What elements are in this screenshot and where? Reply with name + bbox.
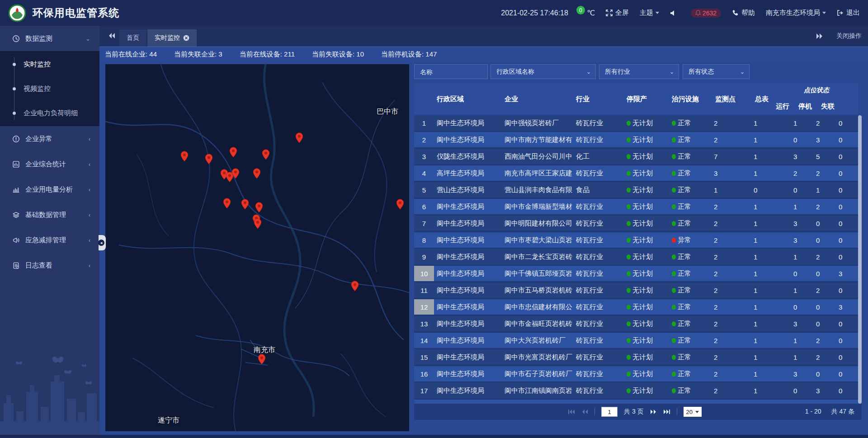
- close-operations-button[interactable]: 关闭操作: [836, 32, 862, 40]
- cell-industry: 砖瓦行业: [573, 199, 624, 214]
- fullscreen-button[interactable]: 全屏: [606, 9, 629, 17]
- region-select[interactable]: 行政区域名称 ⌄: [491, 64, 596, 79]
- last-page-button[interactable]: [663, 409, 670, 414]
- table-row[interactable]: 9 阆中生态环境局 阆中市二龙长宝页岩砖 砖瓦行业 无计划 正常 2 1 1 2…: [414, 249, 858, 264]
- cell-stop: 无计划: [624, 165, 669, 181]
- sidebar-subitem[interactable]: 企业电力负荷明细: [0, 101, 99, 125]
- sidebar-item[interactable]: 应急减排管理 ‹: [0, 227, 99, 253]
- col-point-status: 点位状态: [775, 86, 858, 94]
- name-search-input[interactable]: [420, 68, 482, 75]
- map-marker-pin[interactable]: [241, 199, 249, 210]
- pin-icon: [231, 168, 240, 179]
- sidebar-collapse-button[interactable]: ◂: [99, 235, 106, 250]
- table-row[interactable]: 16 阆中生态环境局 阆中市石子页岩机砖厂 砖瓦行业 无计划 正常 2 1 3 …: [414, 366, 858, 381]
- table-row[interactable]: 14 阆中生态环境局 阆中大兴页岩机砖厂 砖瓦行业 无计划 正常 2 1 1 2…: [414, 333, 858, 348]
- table-row[interactable]: 10 阆中生态环境局 阆中千佛镇五郎垭页岩 砖瓦行业 无计划 正常 2 1 0 …: [414, 266, 858, 281]
- pin-icon: [253, 168, 261, 179]
- sidebar-subitem[interactable]: 视频监控: [0, 76, 99, 101]
- status-select[interactable]: 所有状态 ⌄: [683, 64, 750, 79]
- cell-points: 2: [712, 266, 752, 281]
- table-row[interactable]: 4 高坪生态环境局 南充市高坪区王家店建 砖瓦行业 无计划 正常 3 1 2 2…: [414, 165, 858, 181]
- status-dot: [627, 271, 631, 276]
- table-row[interactable]: 2 阆中生态环境局 阆中市南方节能建材有 砖瓦行业 无计划 正常 2 1 0 3…: [414, 132, 858, 147]
- table-row[interactable]: 15 阆中生态环境局 阆中市光富页岩机砖厂 砖瓦行业 无计划 正常 2 1 1 …: [414, 349, 858, 365]
- theme-dropdown[interactable]: 主题: [640, 9, 659, 17]
- map-marker-pin[interactable]: [262, 149, 270, 160]
- tab[interactable]: 首页: [119, 29, 146, 47]
- notification-badge[interactable]: 2632: [691, 9, 721, 18]
- pin-icon: [255, 202, 263, 213]
- status-dot: [672, 188, 676, 193]
- tab[interactable]: 实时监控: [147, 29, 197, 47]
- sidebar-item[interactable]: 企业用电量分析 ‹: [0, 177, 99, 202]
- first-page-button[interactable]: [568, 409, 575, 414]
- tab-close-icon[interactable]: [183, 35, 189, 41]
- table-row[interactable]: 17 阆中生态环境局 阆中市江南镇阆南页岩 砖瓦行业 无计划 正常 2 1 0 …: [414, 383, 858, 398]
- table-row[interactable]: 7 阆中生态环境局 阆中明阳建材有限公司 砖瓦行业 无计划 正常 2 1 3 0…: [414, 216, 858, 231]
- cell-company: 阆中明阳建材有限公司: [502, 216, 573, 231]
- cell-points: 2: [712, 333, 752, 348]
- log-icon: [12, 262, 20, 269]
- divider: [594, 408, 595, 415]
- status-dot: [672, 137, 676, 142]
- map-marker-pin[interactable]: [253, 168, 261, 179]
- cell-facility: 正常: [669, 199, 712, 214]
- chevron-down-icon: ⌄: [740, 69, 745, 75]
- scrollbar-thumb[interactable]: [858, 115, 862, 404]
- help-button[interactable]: 帮助: [732, 9, 755, 17]
- table-row[interactable]: 12 阆中生态环境局 阆中市忠信建材有限公 砖瓦行业 无计划 正常 2 1 0 …: [414, 299, 858, 315]
- logout-button[interactable]: 退出: [837, 9, 860, 17]
- map-panel[interactable]: 巴中市南充市遂宁市: [105, 64, 409, 431]
- sidebar-item[interactable]: 基础数据管理 ‹: [0, 202, 99, 227]
- sidebar-item[interactable]: 企业异常 ‹: [0, 126, 99, 151]
- table-scrollbar[interactable]: [858, 115, 862, 404]
- mute-button[interactable]: [670, 10, 680, 16]
- logout-label: 退出: [846, 9, 860, 17]
- map-marker-pin[interactable]: [229, 147, 237, 158]
- page-size-select[interactable]: 20: [684, 407, 702, 417]
- map-marker-pin[interactable]: [255, 202, 263, 213]
- cell-points: 2: [712, 115, 752, 131]
- map-marker-pin[interactable]: [231, 168, 240, 179]
- industry-select[interactable]: 所有行业 ⌄: [599, 64, 679, 79]
- content-area: 巴中市南充市遂宁市: [99, 62, 868, 435]
- page-number-input[interactable]: [601, 407, 618, 417]
- org-dropdown[interactable]: 南充市生态环境局: [766, 9, 826, 17]
- map-marker-pin[interactable]: [180, 151, 189, 162]
- sidebar-subitem[interactable]: 实时监控: [0, 52, 99, 76]
- table-row[interactable]: 8 阆中生态环境局 阆中市枣碧大梁山页岩 砖瓦行业 无计划 异常 2 1 3 0…: [414, 232, 858, 248]
- prev-page-button[interactable]: [581, 409, 588, 414]
- sidebar-item[interactable]: 日志查看 ‹: [0, 253, 99, 278]
- cell-run: 1: [792, 249, 815, 264]
- tabs-scroll-left-icon[interactable]: [108, 32, 116, 39]
- sidebar-item[interactable]: 数据监测 ⌄: [0, 26, 99, 51]
- table-row[interactable]: 5 营山生态环境局 营山县润丰肉食品有限 食品 无计划 正常 1 0 0 1 0: [414, 182, 858, 198]
- name-search-input-box[interactable]: [414, 64, 488, 79]
- next-page-button[interactable]: [650, 409, 657, 414]
- table-row[interactable]: 18 南部生态环境局 南部县建材有限公司 砖瓦行业 无计划 正常 2 1 0 3…: [414, 400, 858, 404]
- map-roads: [105, 64, 409, 431]
- table-row[interactable]: 3 仪陇生态环境局 西南油气田分公司川中 化工 无计划 正常 7 1 3 5 0: [414, 149, 858, 164]
- cell-down: 0: [815, 366, 837, 381]
- map-marker-pin[interactable]: [351, 281, 359, 292]
- table-row[interactable]: 11 阆中生态环境局 阆中市五马桥页岩机砖 砖瓦行业 无计划 正常 2 1 1 …: [414, 283, 858, 298]
- cell-lost: 0: [837, 249, 858, 264]
- table-row[interactable]: 13 阆中生态环境局 阆中市金福旺页岩机砖 砖瓦行业 无计划 正常 2 1 3 …: [414, 316, 858, 331]
- map-marker-pin[interactable]: [223, 198, 231, 209]
- cell-facility: 正常: [669, 149, 712, 164]
- cell-stop: 无计划: [624, 232, 669, 248]
- map-marker-pin[interactable]: [396, 199, 404, 210]
- tabs-scroll-right-icon[interactable]: [816, 33, 824, 40]
- cell-stop: 无计划: [624, 199, 669, 214]
- table-row[interactable]: 1 阆中生态环境局 阆中强锐页岩砖厂 砖瓦行业 无计划 正常 2 1 1 2 0: [414, 115, 858, 131]
- table-body: 1 阆中生态环境局 阆中强锐页岩砖厂 砖瓦行业 无计划 正常 2 1 1 2 0…: [414, 115, 858, 404]
- map-marker-pin[interactable]: [295, 132, 303, 143]
- map-marker-pin[interactable]: [254, 218, 262, 229]
- map-marker-pin[interactable]: [258, 354, 266, 365]
- cell-down: 5: [815, 149, 837, 164]
- app-logo-icon: [8, 4, 26, 22]
- table-row[interactable]: 6 阆中生态环境局 阆中市金博瑞新型墙材 砖瓦行业 无计划 正常 2 1 1 2…: [414, 199, 858, 214]
- cell-facility: 正常: [669, 400, 712, 404]
- sidebar-item[interactable]: 企业综合统计 ‹: [0, 151, 99, 177]
- map-marker-pin[interactable]: [205, 154, 213, 165]
